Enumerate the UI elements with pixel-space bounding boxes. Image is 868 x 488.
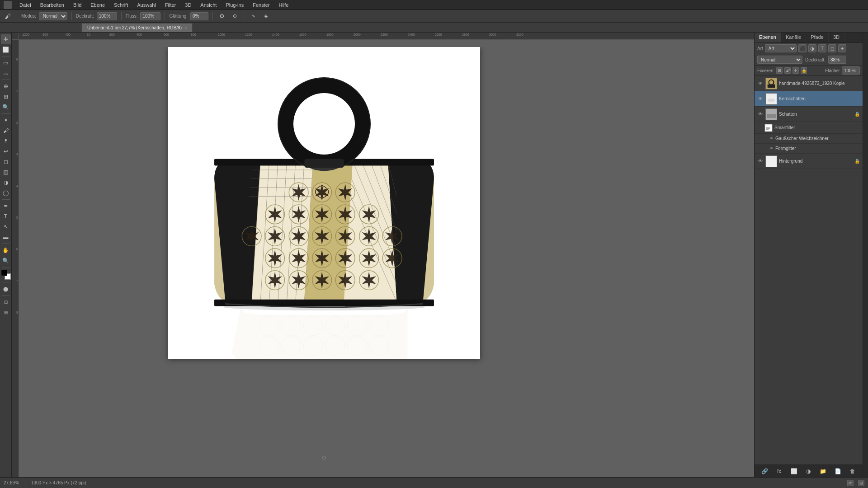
layer-lock-hintergrund: 🔒 xyxy=(854,159,860,164)
panel-tab-3d[interactable]: 3D xyxy=(829,33,844,42)
gradient-tool[interactable]: ▥ xyxy=(1,167,11,177)
marquee-tool[interactable]: ▭ xyxy=(1,58,11,68)
tab-title: Unbenannt-1 bei 27,7% (Kernschatten, RGB… xyxy=(87,25,182,30)
fix-brush-icon[interactable]: 🖌 xyxy=(784,67,791,74)
blend-mode-dropdown[interactable]: Normal xyxy=(757,56,802,64)
layer-delete-icon[interactable]: 🗑 xyxy=(849,467,857,475)
pressure-icon[interactable]: ∿ xyxy=(248,11,258,21)
angle-icon[interactable]: ⊕ xyxy=(230,11,240,21)
deckraft-input[interactable] xyxy=(97,12,117,20)
document-tab[interactable]: Unbenannt-1 bei 27,7% (Kernschatten, RGB… xyxy=(81,23,193,32)
menu-hilfe[interactable]: Hilfe xyxy=(277,1,290,9)
menu-3d[interactable]: 3D xyxy=(184,1,193,9)
text-tool[interactable]: T xyxy=(1,211,11,221)
menu-bild[interactable]: Bild xyxy=(72,1,83,9)
layer-formgitter[interactable]: 👁 Formgitter xyxy=(755,144,863,154)
layer-handmade-kopie[interactable]: 👁 handmade-4926872_1920 Kopie xyxy=(755,76,863,91)
menu-datei[interactable]: Datei xyxy=(18,1,33,9)
panel-tab-pfade[interactable]: Pfade xyxy=(806,33,829,42)
layer-fx-icon[interactable]: fx xyxy=(775,467,783,475)
stamp-tool[interactable]: 🖈 xyxy=(1,136,11,146)
history-tool[interactable]: ↩ xyxy=(1,146,11,156)
ruler-h-tick: 1200 xyxy=(245,33,252,36)
pen-tool[interactable]: ✒ xyxy=(1,201,11,211)
right-scrollbar[interactable] xyxy=(863,33,868,477)
artboard-tool[interactable]: ⬜ xyxy=(1,45,11,55)
filter-shape-icon[interactable]: ◻ xyxy=(828,44,836,52)
brush-tool[interactable]: 🖌 xyxy=(1,126,11,136)
ruler-left: 0 1 2 3 4 5 6 7 8 xyxy=(12,40,19,477)
move-tool[interactable]: ✛ xyxy=(1,34,11,44)
quick-select-tool[interactable]: ⊕ xyxy=(1,81,11,91)
settings-icon[interactable]: ⚙ xyxy=(217,11,227,21)
layer-eye-3[interactable]: 👁 xyxy=(757,111,764,117)
heal-tool[interactable]: ✦ xyxy=(1,115,11,125)
dodge-tool[interactable]: ◯ xyxy=(1,188,11,198)
layer-eye-2[interactable]: 👁 xyxy=(757,96,764,102)
screen-mode-tool[interactable]: ⊡ xyxy=(1,297,11,307)
color-picker[interactable] xyxy=(1,270,11,280)
layer-name-formgitter: Formgitter xyxy=(775,146,860,151)
crop-tool[interactable]: ⊞ xyxy=(1,92,11,102)
menu-filter[interactable]: Filter xyxy=(164,1,177,9)
blur-tool[interactable]: ◑ xyxy=(1,178,11,188)
ruler-h-tick: 30 xyxy=(87,33,90,36)
toolbar-left: ✛ ⬜ ▭ ⌓ ⊕ ⊞ 🔍 ✦ 🖌 🖈 ↩ ◻ ▥ ◑ ◯ ✒ T ↖ ▬ ✋ … xyxy=(0,33,12,477)
layer-schatten[interactable]: 👁 Schatten 🔒 xyxy=(755,107,863,122)
panel-tab-ebenen[interactable]: Ebenen xyxy=(755,33,781,42)
menu-fenster[interactable]: Fenster xyxy=(251,1,271,9)
fluss-input[interactable] xyxy=(140,12,160,20)
eyedropper-tool[interactable]: 🔍 xyxy=(1,102,11,112)
panel-tab-kanale[interactable]: Kanäle xyxy=(781,33,806,42)
layer-eye-formgitter[interactable]: 👁 xyxy=(769,145,774,152)
art-label: Art xyxy=(757,46,763,51)
art-dropdown[interactable]: Art xyxy=(765,44,797,52)
filter-text-icon[interactable]: T xyxy=(818,44,826,52)
zoom-tool[interactable]: 🔍 xyxy=(1,256,11,266)
menu-plugins[interactable]: Plug-ins xyxy=(224,1,245,9)
lasso-tool[interactable]: ⌓ xyxy=(1,68,11,78)
panel-tabs: Ebenen Kanäle Pfade 3D xyxy=(755,33,863,43)
layer-folder-icon[interactable]: 📁 xyxy=(819,467,827,475)
menu-ansicht[interactable]: Ansicht xyxy=(199,1,218,9)
layer-smartfilter[interactable]: SF Smartfilter xyxy=(755,122,863,134)
status-info-icon[interactable]: ⊞ xyxy=(858,480,864,486)
layer-eye-hintergrund[interactable]: 👁 xyxy=(757,158,764,164)
quick-mask-tool[interactable]: ⬤ xyxy=(1,284,11,294)
layer-filter-icon[interactable]: 🔗 xyxy=(760,467,769,475)
airbrush-icon[interactable]: ◈ xyxy=(261,11,271,21)
layer-thumb-smartfilter: SF xyxy=(764,124,773,132)
foreground-color[interactable] xyxy=(1,270,7,276)
glattung-input[interactable] xyxy=(190,12,208,20)
layer-eye-gausscher[interactable]: 👁 xyxy=(769,136,774,142)
tab-close-button[interactable]: × xyxy=(184,26,187,30)
layer-kernschatten[interactable]: 👁 Kernschatten xyxy=(755,91,863,107)
fix-transparency-icon[interactable]: ⊠ xyxy=(776,67,783,74)
fix-position-icon[interactable]: ✛ xyxy=(793,67,799,74)
fix-all-icon[interactable]: 🔒 xyxy=(801,67,807,74)
status-history-icon[interactable]: ⟳ xyxy=(847,480,854,486)
layer-new-icon[interactable]: 📄 xyxy=(834,467,842,475)
menu-bearbeiten[interactable]: Bearbeiten xyxy=(39,1,66,9)
layer-adjustment-icon[interactable]: ◑ xyxy=(804,467,812,475)
flache-input[interactable] xyxy=(842,66,860,75)
ruler-v-tick: 3 xyxy=(12,153,19,156)
opacity-input[interactable] xyxy=(828,56,846,64)
shape-tool[interactable]: ▬ xyxy=(1,232,11,242)
layer-gausscher[interactable]: 👁 Gaußscher Weichzeichner xyxy=(755,134,863,144)
layer-eye-1[interactable]: 👁 xyxy=(757,80,764,87)
layer-hintergrund[interactable]: 👁 Hintergrund 🔒 xyxy=(755,154,863,169)
extra-tool[interactable]: ⊞ xyxy=(1,307,11,317)
eraser-tool[interactable]: ◻ xyxy=(1,157,11,167)
menu-ebene[interactable]: Ebene xyxy=(89,1,106,9)
path-select-tool[interactable]: ↖ xyxy=(1,222,11,232)
hand-tool[interactable]: ✋ xyxy=(1,245,11,255)
layer-mask-icon[interactable]: ⬜ xyxy=(790,467,798,475)
menu-schrift[interactable]: Schrift xyxy=(113,1,129,9)
filter-adjust-icon[interactable]: ◑ xyxy=(808,44,816,52)
modus-dropdown[interactable]: Normal xyxy=(39,12,67,20)
menu-auswahl[interactable]: Auswahl xyxy=(136,1,157,9)
canvas-scroll[interactable] xyxy=(19,47,754,477)
filter-smart-icon[interactable]: ✦ xyxy=(838,44,846,52)
filter-pixel-icon[interactable]: ⬛ xyxy=(798,44,807,52)
